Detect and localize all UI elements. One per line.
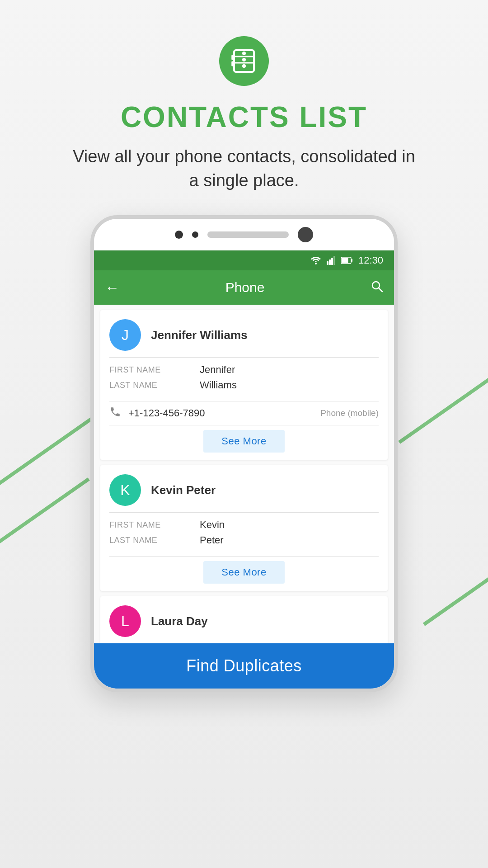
contact-name: Laura Day <box>151 614 208 628</box>
contact-card: K Kevin Peter FIRST NAME Kevin LAST NAME… <box>100 465 388 591</box>
contacts-list: J Jennifer Williams FIRST NAME Jennifer … <box>94 305 394 689</box>
page-subtitle: View all your phone contacts, consolidat… <box>68 145 420 193</box>
field-row: LAST NAME Peter <box>109 534 379 546</box>
signal-icon <box>327 256 336 265</box>
field-label: LAST NAME <box>109 536 200 545</box>
contact-card-partial: L Laura Day <box>100 596 388 643</box>
field-row: LAST NAME Williams <box>109 379 379 391</box>
svg-rect-15 <box>351 259 352 262</box>
field-value: Jennifer <box>200 364 235 376</box>
field-label: FIRST NAME <box>109 520 200 530</box>
page-title: CONTACTS LIST <box>121 100 367 134</box>
find-duplicates-label: Find Duplicates <box>186 656 302 675</box>
search-icon <box>371 280 383 292</box>
status-bar-right: 12:30 <box>310 255 383 266</box>
see-more-button[interactable]: See More <box>203 430 284 453</box>
field-label: LAST NAME <box>109 381 200 390</box>
svg-rect-11 <box>329 259 331 265</box>
battery-icon <box>341 257 353 264</box>
phone-number: +1-123-456-7890 <box>128 407 313 419</box>
phone-call-icon <box>109 406 121 418</box>
see-more-row: See More <box>100 425 388 460</box>
phone-icon <box>109 406 121 420</box>
field-value: Williams <box>200 379 237 391</box>
find-duplicates-bar[interactable]: Find Duplicates <box>94 643 394 689</box>
status-bar: 12:30 <box>94 250 394 270</box>
page-content: CONTACTS LIST View all your phone contac… <box>0 0 488 868</box>
svg-rect-13 <box>333 256 335 265</box>
avatar: K <box>109 474 141 506</box>
contact-fields: FIRST NAME Kevin LAST NAME Peter <box>100 513 388 556</box>
phone-type: Phone (mobile) <box>320 408 379 418</box>
top-section: CONTACTS LIST View all your phone contac… <box>68 0 420 193</box>
contact-header: J Jennifer Williams <box>100 310 388 357</box>
wifi-icon <box>310 256 321 265</box>
phone-speaker <box>207 231 289 238</box>
svg-rect-10 <box>327 261 328 265</box>
avatar: L <box>109 605 141 637</box>
contact-name: Jennifer Williams <box>151 328 248 342</box>
field-label: FIRST NAME <box>109 365 200 375</box>
field-row: FIRST NAME Jennifer <box>109 364 379 376</box>
phone-camera <box>298 227 313 242</box>
contact-card: J Jennifer Williams FIRST NAME Jennifer … <box>100 310 388 460</box>
svg-point-5 <box>242 64 246 68</box>
field-value: Kevin <box>200 519 225 531</box>
contact-header: K Kevin Peter <box>100 465 388 512</box>
toolbar-title: Phone <box>225 280 265 295</box>
see-more-row: See More <box>100 557 388 591</box>
svg-marker-8 <box>314 261 317 262</box>
svg-point-9 <box>315 263 317 264</box>
phone-dot-2 <box>192 231 198 238</box>
avatar: J <box>109 319 141 351</box>
back-button[interactable]: ← <box>105 279 119 296</box>
svg-rect-16 <box>342 258 348 263</box>
see-more-button[interactable]: See More <box>203 561 284 584</box>
phone-mockup: 12:30 ← Phone J Jennifer Williams <box>90 215 398 692</box>
svg-point-4 <box>242 58 246 61</box>
phone-row: +1-123-456-7890 Phone (mobile) <box>100 401 388 425</box>
svg-point-3 <box>242 52 246 55</box>
contacts-book-icon <box>230 47 258 75</box>
contact-fields: FIRST NAME Jennifer LAST NAME Williams <box>100 358 388 401</box>
field-value: Peter <box>200 534 224 546</box>
svg-line-18 <box>379 288 382 292</box>
status-time: 12:30 <box>358 255 383 266</box>
contact-header: L Laura Day <box>100 596 388 643</box>
field-row: FIRST NAME Kevin <box>109 519 379 531</box>
search-button[interactable] <box>371 280 383 296</box>
app-icon-circle <box>219 36 269 86</box>
contact-name: Kevin Peter <box>151 483 216 497</box>
app-toolbar: ← Phone <box>94 270 394 305</box>
phone-top-bar <box>94 219 394 250</box>
phone-dot-1 <box>175 231 183 239</box>
svg-rect-12 <box>331 258 333 265</box>
